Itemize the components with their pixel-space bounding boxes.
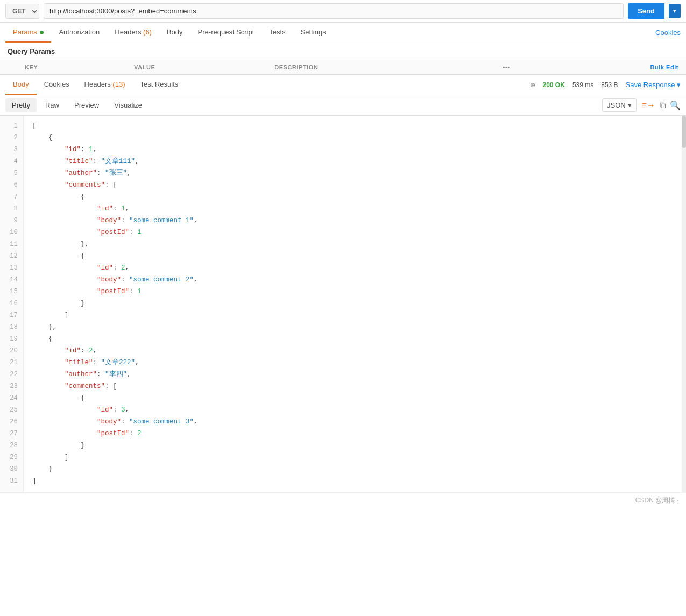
url-bar: GET Send ▾ xyxy=(0,0,686,23)
headers-badge: (6) xyxy=(143,28,152,36)
tab-body[interactable]: Body xyxy=(159,23,190,43)
search-icon[interactable]: 🔍 xyxy=(670,100,681,110)
tab-params[interactable]: Params xyxy=(5,23,51,43)
bulk-edit-header[interactable]: Bulk Edit xyxy=(518,60,686,75)
method-select[interactable]: GET xyxy=(5,4,39,19)
tab-headers[interactable]: Headers (6) xyxy=(107,23,159,43)
cookies-link[interactable]: Cookies xyxy=(655,23,681,42)
response-size: 853 B xyxy=(601,81,618,89)
format-tab-pretty[interactable]: Pretty xyxy=(5,98,37,112)
format-tab-raw[interactable]: Raw xyxy=(39,98,66,112)
response-tab-testresults[interactable]: Test Results xyxy=(132,75,186,95)
response-meta: ⊕ 200 OK 539 ms 853 B Save Response ▾ xyxy=(530,81,681,89)
response-tabs: Body Cookies Headers (13) Test Results ⊕… xyxy=(0,75,686,95)
checkbox-col-header xyxy=(0,60,17,75)
save-response-button[interactable]: Save Response ▾ xyxy=(626,81,681,89)
format-tab-visualize[interactable]: Visualize xyxy=(108,98,148,112)
response-tab-headers[interactable]: Headers (13) xyxy=(77,75,133,95)
tab-authorization[interactable]: Authorization xyxy=(51,23,107,43)
scrollbar-track[interactable] xyxy=(682,116,686,492)
tab-tests[interactable]: Tests xyxy=(261,23,293,43)
format-tabs: Pretty Raw Preview Visualize JSON ▾ ≡→ ⧉… xyxy=(0,95,686,116)
line-numbers: 1234567891011121314151617181920212223242… xyxy=(0,116,24,492)
watermark: CSDN @周橘 · xyxy=(0,492,686,508)
response-time: 539 ms xyxy=(572,81,593,89)
format-tab-preview[interactable]: Preview xyxy=(68,98,105,112)
key-col-header: KEY xyxy=(17,60,126,75)
send-dropdown-button[interactable]: ▾ xyxy=(669,4,681,18)
tab-settings[interactable]: Settings xyxy=(293,23,334,43)
json-format-selector[interactable]: JSON ▾ xyxy=(602,98,637,112)
response-section: Body Cookies Headers (13) Test Results ⊕… xyxy=(0,75,686,492)
response-tab-body[interactable]: Body xyxy=(5,75,37,95)
query-params-label: Query Params xyxy=(0,43,686,60)
request-tabs: Params Authorization Headers (6) Body Pr… xyxy=(0,23,686,43)
code-content: [ { "id": 1, "title": "文章111", "author":… xyxy=(24,116,686,492)
scrollbar-thumb[interactable] xyxy=(682,116,686,148)
description-col-header: DESCRIPTION xyxy=(267,60,495,75)
copy-icon[interactable]: ⧉ xyxy=(660,101,666,110)
params-dot xyxy=(40,31,44,34)
url-input[interactable] xyxy=(44,3,624,19)
globe-icon: ⊕ xyxy=(530,81,535,89)
response-headers-badge: (13) xyxy=(112,80,125,88)
response-tab-cookies[interactable]: Cookies xyxy=(37,75,77,95)
code-view: 1234567891011121314151617181920212223242… xyxy=(0,116,686,492)
value-col-header: VALUE xyxy=(126,60,267,75)
tab-prerequest[interactable]: Pre-request Script xyxy=(190,23,262,43)
json-format-label: JSON xyxy=(607,101,626,109)
more-col-header: ••• xyxy=(496,60,518,75)
wrap-icon[interactable]: ≡→ xyxy=(642,101,655,110)
chevron-down-icon: ▾ xyxy=(628,101,632,109)
params-table: KEY VALUE DESCRIPTION ••• Bulk Edit xyxy=(0,60,686,75)
send-button[interactable]: Send xyxy=(628,3,664,19)
response-status: 200 OK xyxy=(543,81,565,89)
